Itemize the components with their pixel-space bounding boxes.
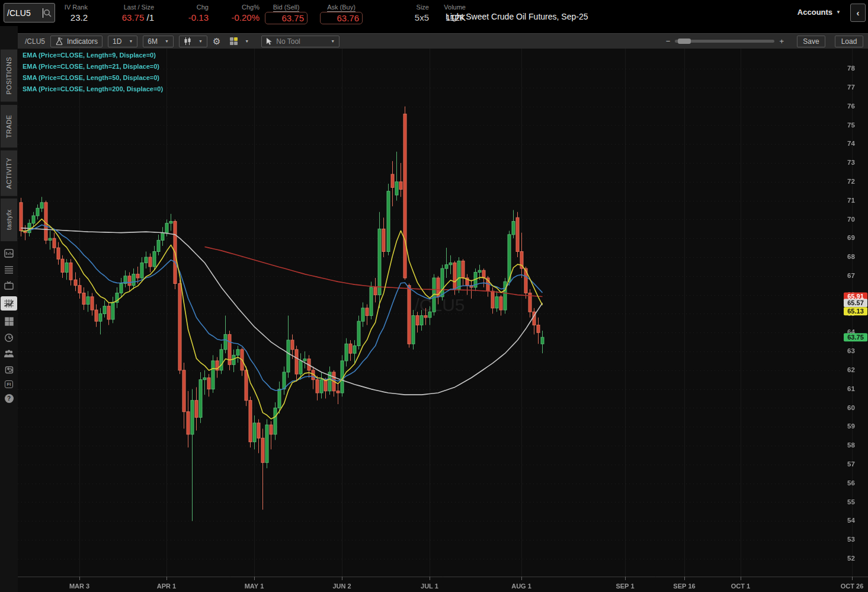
zoom-slider-handle[interactable] — [678, 39, 691, 44]
community-people-icon[interactable] — [4, 348, 14, 359]
price-chart-canvas[interactable] — [18, 49, 868, 592]
contract-title: Light Sweet Crude Oil Futures, Sep-25 — [446, 12, 588, 21]
size-field: Size 5x5 — [393, 3, 429, 24]
save-button[interactable]: Save — [797, 36, 825, 47]
zoom-control: − + — [666, 37, 784, 46]
help-icon[interactable]: ? — [5, 394, 14, 403]
dashboard-grid-icon[interactable] — [4, 316, 14, 327]
bid-button[interactable]: 63.75 — [265, 12, 308, 24]
iv-rank-value: 23.2 — [71, 12, 88, 24]
chevron-down-icon: ▼ — [331, 39, 335, 43]
indicator-label-sma200[interactable]: SMA (Price=CLOSE, Length=200, Displace=0… — [23, 84, 163, 95]
ask-label: Ask (Buy) — [327, 3, 355, 12]
range-dropdown[interactable]: 6M ▼ — [143, 36, 174, 47]
chevron-left-icon: ‹ — [857, 8, 860, 18]
last-size-field: Last / Size 63.75 /1 — [88, 3, 154, 24]
history-clock-icon[interactable] — [4, 332, 14, 343]
chg-field: Chg -0.13 — [154, 3, 209, 24]
ask-field: Ask (Buy) 63.76 — [313, 3, 370, 24]
chg-value: -0.13 — [188, 12, 209, 24]
replay-box-icon[interactable] — [4, 364, 14, 375]
sidebar-tab-positions[interactable]: POSITIONS — [1, 50, 17, 102]
symbol-input[interactable] — [7, 8, 43, 18]
zoom-slider[interactable] — [675, 40, 774, 43]
watchlist-icon[interactable] — [4, 264, 14, 274]
indicator-labels: EMA (Price=CLOSE, Length=9, Displace=0) … — [23, 50, 163, 95]
indicator-label-sma50[interactable]: SMA (Price=CLOSE, Length=50, Displace=0) — [23, 72, 163, 84]
candlestick-icon — [184, 37, 191, 45]
chart-panel: EMA (Price=CLOSE, Length=9, Displace=0) … — [18, 49, 868, 592]
size-value: 5x5 — [415, 12, 429, 24]
zoom-out-button[interactable]: − — [666, 37, 671, 46]
quote-bar: IV Rank 23.2 Last / Size 63.75 /1 Chg -0… — [0, 0, 868, 26]
sidebar-tab-activity[interactable]: ACTIVITY — [1, 151, 17, 196]
load-button[interactable]: Load — [835, 36, 863, 47]
indicators-button[interactable]: Indicators — [50, 36, 103, 47]
indicator-label-ema21[interactable]: EMA (Price=CLOSE, Length=21, Displace=0) — [23, 61, 163, 72]
grid-layout-icon — [230, 37, 238, 45]
last-size-label: Last / Size — [124, 3, 154, 11]
layout-grid-dropdown[interactable]: ▼ — [226, 36, 253, 47]
flask-icon — [55, 37, 63, 45]
bid-label: Bid (Sell) — [273, 3, 300, 12]
chg-label: Chg — [197, 3, 209, 11]
left-sidebar: POSITIONS TRADE ACTIVITY tastyfx FI ? — [0, 26, 18, 592]
sidebar-tab-trade[interactable]: TRADE — [1, 105, 17, 148]
last-size-value: 63.75 /1 — [122, 12, 154, 24]
chevron-down-icon: ▼ — [198, 39, 203, 43]
volume-label: Volume — [444, 3, 466, 11]
size-label: Size — [417, 3, 429, 11]
chart-settings-gear-icon[interactable]: ⚙ — [213, 36, 220, 47]
indicator-label-ema9[interactable]: EMA (Price=CLOSE, Length=9, Displace=0) — [23, 50, 163, 61]
bid-field: Bid (Sell) 63.75 — [260, 3, 313, 24]
chg-pct-field: Chg% -0.20% — [209, 3, 260, 24]
timeframe-dropdown[interactable]: 1D ▼ — [108, 36, 137, 47]
chart-icon-active[interactable] — [1, 296, 17, 311]
iv-rank-field: IV Rank 23.2 — [59, 3, 88, 24]
chg-pct-value: -0.20% — [231, 12, 260, 24]
chevron-down-icon: ▼ — [165, 39, 169, 43]
sidebar-tab-tastyfx[interactable]: tastyfx — [1, 199, 17, 241]
search-icon — [43, 9, 52, 17]
chevron-down-icon: ▼ — [129, 39, 133, 43]
accounts-menu[interactable]: Accounts ▼ — [797, 8, 841, 17]
toolbar-symbol: /CLU5 — [25, 37, 45, 46]
chart-type-dropdown[interactable]: ▼ — [179, 36, 207, 47]
ask-button[interactable]: 63.76 — [320, 12, 363, 24]
iv-rank-label: IV Rank — [65, 3, 88, 11]
chart-toolbar: /CLU5 Indicators 1D ▼ 6M ▼ ▼ ⚙ ▼ No Tool… — [18, 33, 868, 49]
drawing-tool-dropdown[interactable]: No Tool ▼ — [261, 36, 339, 47]
chevron-down-icon: ▼ — [836, 9, 841, 15]
zoom-in-button[interactable]: + — [779, 37, 784, 46]
tv-icon[interactable] — [4, 280, 14, 290]
symbol-search-box[interactable] — [4, 3, 55, 23]
collapse-panel-button[interactable]: ‹ — [850, 4, 866, 22]
fi-panel-icon[interactable]: FI — [5, 380, 12, 388]
chevron-down-icon: ▼ — [245, 39, 249, 43]
cursor-arrow-icon — [266, 37, 273, 45]
chg-pct-label: Chg% — [242, 3, 260, 11]
quote-board-icon[interactable] — [4, 248, 14, 258]
